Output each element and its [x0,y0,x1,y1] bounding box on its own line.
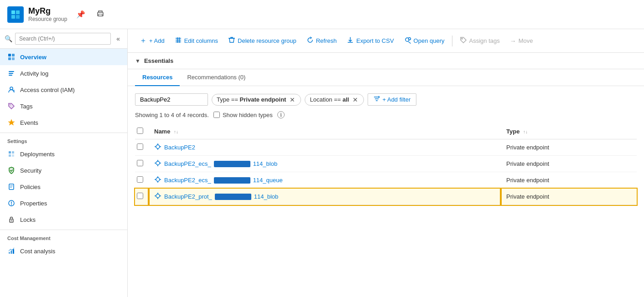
move-button[interactable]: → Move [505,35,538,47]
sidebar-item-label: Security [20,167,42,174]
show-hidden-label[interactable]: Show hidden types [213,112,273,118]
select-all-checkbox[interactable] [137,128,143,134]
svg-point-28 [408,38,410,40]
endpoint-icon [154,192,161,201]
title-actions: 📌 [74,8,106,21]
toolbar: ＋ + Add Edit columns Delete [128,29,644,53]
filter-search-input[interactable] [135,93,208,106]
sidebar-item-label: Locks [20,216,36,223]
svg-rect-19 [12,154,14,157]
open-query-button[interactable]: Open query [400,34,449,48]
endpoint-icon [154,176,161,184]
sidebar: 🔍 « Overview [0,29,128,297]
redacted-bar [214,177,250,184]
endpoint-icon [154,143,161,152]
pin-button[interactable]: 📌 [74,8,87,21]
svg-rect-12 [9,75,12,76]
type-sort-icon[interactable]: ↑↓ [523,129,528,134]
endpoint-icon [154,159,161,168]
sidebar-item-security[interactable]: Security [0,162,127,179]
sidebar-item-properties[interactable]: Properties [0,195,127,211]
collapse-sidebar-button[interactable]: « [114,34,123,43]
add-filter-label: + Add filter [382,96,410,103]
location-filter-close-button[interactable]: ✕ [352,96,359,103]
sidebar-item-label: Policies [20,184,41,190]
type-filter-tag: Type == Private endpoint ✕ [212,94,301,106]
locks-icon [7,215,16,224]
table-row: BackupPE2_ecs_114_blob Private endpoint [135,156,637,172]
svg-point-13 [10,87,13,90]
resources-content: Type == Private endpoint ✕ Location == a… [128,86,644,297]
properties-icon [7,199,16,207]
svg-rect-26 [13,249,14,254]
name-column-header[interactable]: Name ↑↓ [149,124,501,139]
svg-rect-20 [9,184,14,189]
sidebar-item-label: Deployments [20,151,55,158]
resource-link[interactable]: BackupPE2_ecs_114_blob [154,159,495,168]
type-filter-close-button[interactable]: ✕ [289,96,296,103]
essentials-toggle-icon: ▼ [135,58,140,64]
sidebar-item-deployments[interactable]: Deployments [0,146,127,162]
sidebar-item-overview[interactable]: Overview [0,49,127,65]
row-checkbox[interactable] [137,143,143,150]
resource-link[interactable]: BackupPE2_ecs_114_queue [154,176,495,184]
type-column-header[interactable]: Type ↑↓ [501,124,637,139]
sidebar-item-cost-analysis[interactable]: Cost analysis [0,243,127,259]
row-checkbox[interactable] [137,160,143,166]
title-text: MyRg Resource group [28,6,67,22]
export-csv-button[interactable]: Export to CSV [342,34,398,48]
print-button[interactable] [94,8,106,21]
add-icon: ＋ [140,36,147,46]
sidebar-item-label: Cost analysis [20,248,55,255]
tab-recommendations[interactable]: Recommendations (0) [180,69,253,86]
select-all-header [135,124,149,139]
svg-rect-6 [8,54,11,56]
resource-group-icon [7,6,24,23]
records-count-text: Showing 1 to 4 of 4 records. [135,112,209,118]
activity-log-icon [7,69,16,77]
resource-link[interactable]: BackupPE2_prot_114_blob [154,192,495,201]
sidebar-item-policies[interactable]: Policies [0,179,127,195]
sidebar-item-tags[interactable]: Tags [0,98,127,114]
assign-tags-button[interactable]: Assign tags [455,34,504,48]
table-row: BackupPE2 Private endpoint [135,139,637,156]
sidebar-item-label: Access control (IAM) [20,87,75,93]
table-row: BackupPE2_prot_114_blob Private endpoint [135,189,637,205]
add-filter-icon [374,96,380,103]
resource-link[interactable]: BackupPE2 [154,143,495,152]
move-icon: → [510,37,516,45]
search-bar: 🔍 « [0,29,127,49]
sidebar-item-events[interactable]: Events [0,114,127,131]
delete-button[interactable]: Delete resource group [223,34,301,48]
row-checkbox[interactable] [137,193,143,199]
row-checkbox[interactable] [137,176,143,183]
cost-icon [7,247,16,255]
main-layout: 🔍 « Overview [0,29,644,297]
deployments-icon [7,150,16,158]
svg-rect-10 [9,71,14,72]
sidebar-item-locks[interactable]: Locks [0,211,127,228]
sidebar-item-label: Properties [20,200,47,207]
sidebar-item-activity-log[interactable]: Activity log [0,65,127,82]
add-filter-button[interactable]: + Add filter [368,93,416,106]
type-cell: Private endpoint [501,156,637,172]
name-sort-icon[interactable]: ↑↓ [174,129,178,134]
table-row: BackupPE2_ecs_114_queue Private endpoint [135,172,637,189]
refresh-button[interactable]: Refresh [302,34,342,48]
settings-section-label: Settings [0,133,127,146]
redacted-bar [215,194,251,200]
essentials-label: Essentials [144,57,173,64]
essentials-section[interactable]: ▼ Essentials [128,53,644,69]
svg-rect-18 [9,154,11,157]
show-hidden-checkbox[interactable] [213,112,220,118]
show-hidden-info-icon[interactable]: ℹ [277,111,285,118]
resource-subtitle: Resource group [28,16,67,22]
delete-icon [228,36,235,45]
search-input[interactable] [15,33,111,45]
edit-columns-button[interactable]: Edit columns [170,34,223,48]
sidebar-item-access-control[interactable]: Access control (IAM) [0,82,127,98]
svg-rect-8 [8,57,11,60]
svg-rect-2 [11,15,15,19]
add-button[interactable]: ＋ + Add [135,33,169,48]
tab-resources[interactable]: Resources [135,69,180,86]
